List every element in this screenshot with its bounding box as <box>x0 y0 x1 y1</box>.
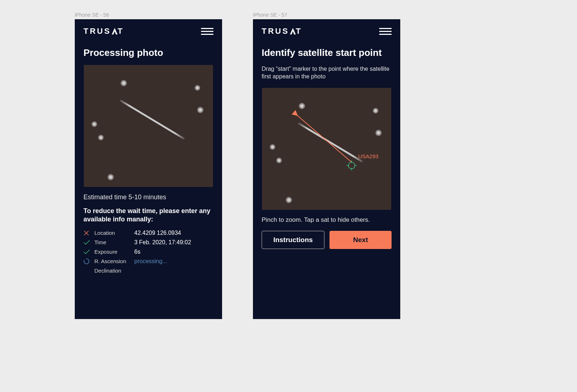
hamburger-menu-icon[interactable] <box>379 28 392 35</box>
screen-processing: TRUST Processing photo Estimated time 5-… <box>75 19 222 319</box>
estimated-time-text: Estimated time 5-10 minutes <box>83 193 213 201</box>
brand-text-pre: TRUS <box>262 26 289 36</box>
label-time: Time <box>94 239 134 245</box>
action-bar: Instructions Next <box>262 231 392 249</box>
star <box>373 108 378 114</box>
page-title: Identify satellite start point <box>262 48 392 58</box>
manual-entry-prompt: To reduce the wait time, please enter an… <box>83 207 213 224</box>
spinner-icon <box>83 258 94 264</box>
x-icon <box>83 230 94 236</box>
frame-label-right: iPhone SE - 57 <box>253 12 287 18</box>
value-ra: processing... <box>134 258 213 265</box>
page-subtitle: Drag “start” marker to the point where t… <box>262 65 392 81</box>
satellite-streak <box>119 99 185 140</box>
label-dec: Declination <box>94 268 134 274</box>
hamburger-menu-icon[interactable] <box>201 28 213 35</box>
label-ra: R. Ascension <box>94 258 134 264</box>
frame-label-left: iPhone SE - 56 <box>75 12 109 18</box>
start-marker[interactable] <box>347 160 357 171</box>
star <box>276 158 282 163</box>
label-location: Location <box>94 230 134 236</box>
star <box>195 85 200 91</box>
star <box>286 197 292 203</box>
star <box>375 130 382 136</box>
brand-logo: TRUST <box>83 26 124 36</box>
svg-point-1 <box>348 162 355 169</box>
star <box>299 103 305 109</box>
sky-photo-interactive[interactable]: USA293 <box>262 88 391 210</box>
screen-identify: TRUST Identify satellite start point Dra… <box>253 19 400 319</box>
sky-photo <box>84 65 213 187</box>
app-header: TRUST <box>253 19 400 40</box>
zoom-hint-text: Pinch to zoom. Tap a sat to hide others. <box>262 216 392 224</box>
star <box>197 107 204 113</box>
brand-text-pre: TRUS <box>83 26 111 36</box>
brand-logo: TRUST <box>262 26 302 36</box>
label-exposure: Exposure <box>94 249 134 255</box>
value-exposure[interactable]: 6s <box>134 249 213 255</box>
star <box>98 135 104 140</box>
brand-text-post: T <box>296 26 302 36</box>
star <box>107 174 114 180</box>
satellite-streak <box>298 122 363 163</box>
star <box>120 80 127 86</box>
direction-arrow-icon <box>262 88 391 210</box>
next-button[interactable]: Next <box>330 231 392 249</box>
satellite-label[interactable]: USA293 <box>358 153 378 159</box>
brand-a-icon <box>111 28 118 34</box>
value-time[interactable]: 3 Feb. 2020, 17:49:02 <box>134 239 213 246</box>
star <box>91 121 97 127</box>
info-grid: Location 42.4209 126.0934 Time 3 Feb. 20… <box>83 230 213 274</box>
check-icon <box>83 249 94 254</box>
page-title: Processing photo <box>83 48 213 58</box>
instructions-button[interactable]: Instructions <box>262 231 324 249</box>
value-location[interactable]: 42.4209 126.0934 <box>134 230 213 236</box>
brand-text-post: T <box>118 26 124 36</box>
app-header: TRUST <box>75 19 222 40</box>
check-icon <box>83 240 94 245</box>
star <box>270 144 275 150</box>
brand-a-icon <box>290 28 296 34</box>
